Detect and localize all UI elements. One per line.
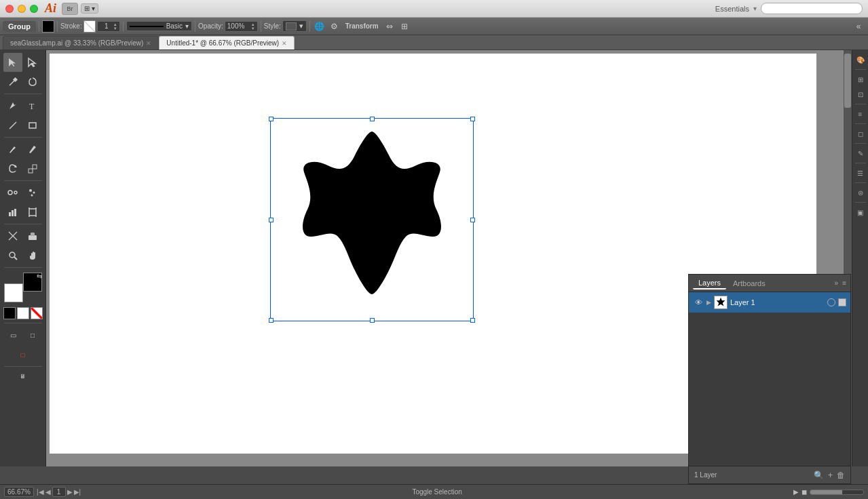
- lasso-tool[interactable]: [23, 73, 42, 92]
- brushes-icon[interactable]: ✎: [854, 146, 867, 160]
- screen-mode-normal[interactable]: ▭: [3, 325, 22, 344]
- layers-tab[interactable]: Layers: [693, 277, 726, 290]
- fill-swatch[interactable]: [42, 20, 54, 33]
- stroke-swatch[interactable]: [83, 20, 96, 33]
- group-label[interactable]: Group: [3, 21, 36, 32]
- play-icon[interactable]: ▶: [793, 488, 799, 496]
- color-panel-icon[interactable]: 🎨: [854, 53, 867, 66]
- transform-button[interactable]: Transform: [343, 21, 381, 31]
- rectangle-tool[interactable]: [23, 116, 42, 135]
- pen-tool[interactable]: [3, 96, 22, 115]
- opacity-arrows[interactable]: ▲ ▼: [251, 22, 255, 31]
- tab-seaglass-close[interactable]: ✕: [146, 40, 151, 47]
- search-input[interactable]: [761, 3, 863, 14]
- hand-tool[interactable]: [23, 246, 42, 265]
- close-button[interactable]: [5, 5, 14, 13]
- zoom-display[interactable]: 66.67%: [4, 487, 34, 497]
- window-controls[interactable]: [5, 5, 38, 13]
- blend-tool[interactable]: [3, 183, 22, 202]
- view-mode-dropdown[interactable]: ⊞ ▾: [81, 3, 98, 14]
- slice-tool[interactable]: [3, 226, 22, 245]
- stroke-value-box[interactable]: 1 ▲ ▼: [97, 21, 120, 32]
- tab-seaglass[interactable]: seaGlassLamp.ai @ 33.33% (RGB/Preview) ✕: [3, 36, 159, 49]
- line-style-dropdown[interactable]: Basic ▾: [126, 21, 192, 31]
- search-layers-icon[interactable]: 🔍: [814, 471, 824, 480]
- swap-colors-icon[interactable]: ⇆: [37, 273, 42, 280]
- workspace-label[interactable]: Essentials: [715, 5, 749, 13]
- none-icon[interactable]: [31, 307, 43, 319]
- artboard-number[interactable]: 1: [52, 487, 66, 497]
- tool-row-3: T: [3, 96, 42, 115]
- tool-row-9: [3, 226, 42, 245]
- tab-untitled-close[interactable]: ✕: [282, 40, 287, 47]
- transform-panel-icon[interactable]: ⊡: [854, 87, 867, 101]
- scale-tool[interactable]: [23, 159, 42, 178]
- zoom-tool[interactable]: [3, 246, 22, 265]
- progress-bar: [810, 490, 864, 495]
- panel-expand-icon[interactable]: »: [835, 279, 839, 287]
- layer-color-box[interactable]: [838, 298, 846, 306]
- star-container[interactable]: [270, 118, 474, 321]
- stroke-panel-icon[interactable]: ≡: [854, 107, 867, 121]
- artboards-tab[interactable]: Artboards: [728, 278, 771, 289]
- layer-visibility-toggle[interactable]: 👁: [693, 297, 704, 308]
- layers-list: 👁 ▶ Layer 1: [689, 292, 850, 466]
- layer-item-1[interactable]: 👁 ▶ Layer 1: [689, 292, 850, 313]
- maximize-button[interactable]: [30, 5, 38, 13]
- selection-tool[interactable]: [3, 53, 22, 72]
- next-page-btn[interactable]: ▶: [67, 488, 73, 496]
- direct-selection-tool[interactable]: [23, 53, 42, 72]
- tab-untitled[interactable]: Untitled-1* @ 66.67% (RGB/Preview) ✕: [159, 36, 295, 49]
- align-icon[interactable]: ⇔: [383, 20, 396, 33]
- symbol-tool[interactable]: [23, 183, 42, 202]
- first-page-btn[interactable]: |◀: [37, 488, 44, 496]
- monitor-icon[interactable]: 🖥: [6, 369, 40, 384]
- vertical-scrollbar-thumb[interactable]: [844, 54, 851, 108]
- progress-fill: [810, 490, 842, 494]
- background-color-swatch[interactable]: [4, 283, 23, 302]
- pathfinder-icon[interactable]: ⊞: [398, 20, 411, 33]
- line-tool[interactable]: [3, 116, 22, 135]
- svg-point-12: [31, 195, 33, 197]
- layer-expand-arrow[interactable]: ▶: [706, 299, 711, 306]
- pathfinder-panel-icon[interactable]: ▣: [854, 205, 867, 219]
- rotate-tool[interactable]: [3, 159, 22, 178]
- svg-rect-6: [29, 169, 33, 173]
- last-page-btn[interactable]: ▶|: [74, 488, 81, 496]
- type-tool[interactable]: T: [23, 96, 42, 115]
- graph-tool[interactable]: [3, 203, 22, 222]
- paintbrush-tool[interactable]: [3, 140, 22, 159]
- pencil-tool[interactable]: [23, 140, 42, 159]
- new-layer-icon[interactable]: +: [828, 471, 833, 480]
- screen-mode-full-menu[interactable]: □: [14, 345, 33, 364]
- app-logo: Ai: [45, 1, 56, 16]
- eraser-tool[interactable]: [23, 226, 42, 245]
- layers-icon[interactable]: ☰: [854, 166, 867, 180]
- appearance-icon[interactable]: ◻: [854, 127, 867, 140]
- fr-sep-2: [855, 104, 866, 104]
- settings-icon[interactable]: ⚙: [328, 20, 341, 33]
- fill-icon[interactable]: [3, 307, 16, 319]
- magic-wand-tool[interactable]: [3, 73, 22, 92]
- globe-icon[interactable]: 🌐: [313, 20, 326, 33]
- grid-icon[interactable]: ⊞: [854, 73, 867, 86]
- opacity-box[interactable]: 100% ▲ ▼: [225, 21, 258, 32]
- align-panel-icon[interactable]: ⊜: [854, 186, 867, 199]
- star-shape[interactable]: [270, 118, 474, 321]
- svg-rect-21: [29, 235, 37, 240]
- screen-mode-full[interactable]: □: [23, 325, 42, 344]
- prev-page-btn[interactable]: ◀: [45, 488, 51, 496]
- artboard-tool[interactable]: [23, 203, 42, 222]
- style-label: Style:: [264, 22, 281, 30]
- delete-layer-icon[interactable]: 🗑: [837, 471, 845, 480]
- minimize-button[interactable]: [18, 5, 26, 13]
- layer-target-indicator[interactable]: [827, 298, 835, 306]
- fr-sep-5: [855, 163, 866, 163]
- panel-options-icon[interactable]: ≡: [842, 279, 846, 287]
- stop-icon[interactable]: ◼: [801, 488, 807, 496]
- bridge-icon[interactable]: Br: [62, 3, 78, 15]
- collapse-icon[interactable]: «: [852, 20, 865, 33]
- stroke-icon[interactable]: [17, 307, 29, 319]
- stroke-arrows[interactable]: ▲ ▼: [113, 22, 117, 31]
- style-box[interactable]: ▾: [282, 20, 307, 32]
